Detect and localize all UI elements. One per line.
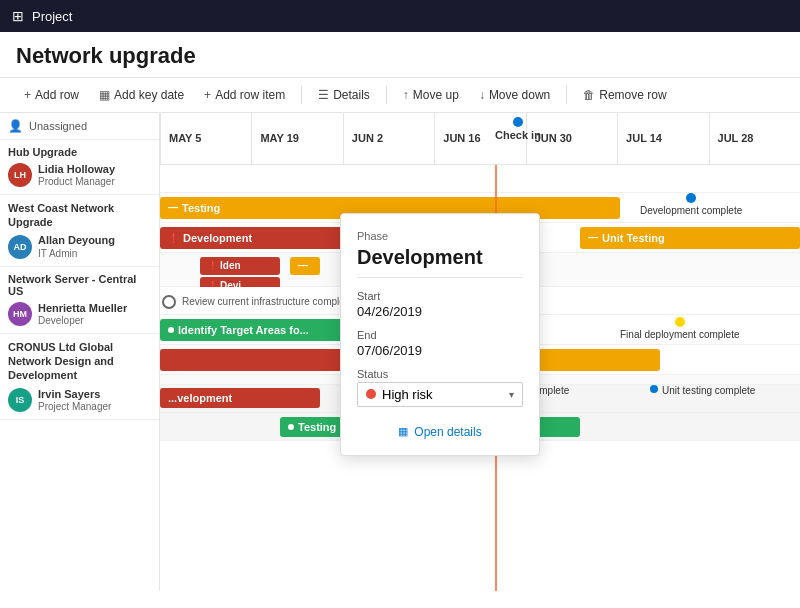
review-item: Review current infrastructure comple... — [162, 293, 353, 311]
details-button[interactable]: ☰ Details — [310, 84, 378, 106]
warning-icon: ❗ — [168, 233, 179, 243]
allan-avatar: AD — [8, 235, 32, 259]
cronus-section: CRONUS Ltd Global Network Design and Dev… — [0, 334, 159, 420]
divider-1 — [301, 86, 302, 104]
unit-test-milestone: Unit testing complete — [650, 383, 755, 396]
lidia-info: Lidia Holloway Product Manager — [38, 163, 151, 188]
date-col-5: JUL 14 — [617, 113, 708, 164]
lidia-avatar: LH — [8, 163, 32, 187]
popup-card: Phase Development Start 04/26/2019 End 0… — [340, 213, 540, 456]
main-content: 👤 Unassigned Hub Upgrade LH Lidia Hollow… — [0, 113, 800, 591]
trash-icon: 🗑 — [583, 88, 595, 102]
date-col-1: MAY 19 — [251, 113, 342, 164]
popup-phase-label: Phase — [357, 230, 523, 242]
unit-test-dot — [650, 385, 658, 393]
date-col-6: JUL 28 — [709, 113, 800, 164]
network-server-section: Network Server - Central US HM Henrietta… — [0, 267, 159, 334]
west-coast-header: West Coast Network Upgrade — [0, 195, 159, 232]
calendar-icon: ▦ — [99, 88, 110, 102]
west-coast-section: West Coast Network Upgrade AD Allan Deyo… — [0, 195, 159, 267]
plus-icon: + — [24, 88, 31, 102]
unassigned-section: 👤 Unassigned — [0, 113, 159, 140]
arrow-down-icon: ↓ — [479, 88, 485, 102]
timeline-dates: MAY 5 MAY 19 JUN 2 JUN 16 JUN 30 JUL 14 … — [160, 113, 800, 164]
small-yellow-bar[interactable]: — — [290, 257, 320, 275]
hub-upgrade-header: Hub Upgrade — [0, 140, 159, 160]
hub-upgrade-user: LH Lidia Holloway Product Manager — [0, 160, 159, 194]
details-icon-2: ▦ — [398, 425, 408, 438]
divider-3 — [566, 86, 567, 104]
gantt-rows: — Testing ❗ Development — Unit Testing — [160, 165, 800, 591]
page-title: Network upgrade — [16, 42, 784, 71]
open-details-button[interactable]: ▦ Open details — [357, 417, 523, 439]
remove-row-button[interactable]: 🗑 Remove row — [575, 84, 674, 106]
move-down-button[interactable]: ↓ Move down — [471, 84, 558, 106]
details-icon: ☰ — [318, 88, 329, 102]
checkin-label: Check in — [495, 129, 541, 141]
irvin-info: Irvin Sayers Project Manager — [38, 388, 151, 413]
app-grid-icon: ⊞ — [12, 8, 24, 24]
final-deploy-milestone: Final deployment complete — [620, 317, 740, 340]
status-dot — [366, 389, 376, 399]
top-bar: ⊞ Project — [0, 0, 800, 32]
green-dot-2 — [288, 424, 294, 430]
cronus-user: IS Irvin Sayers Project Manager — [0, 385, 159, 419]
popup-status-select[interactable]: High risk ▾ — [357, 382, 523, 407]
add-row-item-button[interactable]: + Add row item — [196, 84, 293, 106]
dash-icon: — — [168, 202, 178, 213]
popup-title: Development — [357, 246, 523, 278]
hub-upgrade-bars-row-3: ❗ Iden — ❗ Devi Phase Development — [160, 253, 800, 287]
toolbar: + Add row ▦ Add key date + Add row item … — [0, 78, 800, 113]
add-row-button[interactable]: + Add row — [16, 84, 87, 106]
page-header: Network upgrade — [0, 32, 800, 78]
divider-2 — [386, 86, 387, 104]
date-col-0: MAY 5 — [160, 113, 251, 164]
green-dot-icon — [168, 327, 174, 333]
unit-testing-bar[interactable]: — Unit Testing — [580, 227, 800, 249]
checkin-dot — [513, 117, 523, 127]
move-up-button[interactable]: ↑ Move up — [395, 84, 467, 106]
cronus-header: CRONUS Ltd Global Network Design and Dev… — [0, 334, 159, 385]
plus-icon-2: + — [204, 88, 211, 102]
henrietta-avatar: HM — [8, 302, 32, 326]
irvin-avatar: IS — [8, 388, 32, 412]
chevron-down-icon: ▾ — [509, 389, 514, 400]
dev-complete-milestone: Development complete — [640, 193, 742, 216]
final-deploy-dot — [675, 317, 685, 327]
dev-complete-label: Development complete — [640, 205, 742, 216]
resource-panel: 👤 Unassigned Hub Upgrade LH Lidia Hollow… — [0, 113, 160, 591]
checkin-marker: Check in — [495, 117, 541, 141]
user-icon: 👤 — [8, 119, 23, 133]
allan-info: Allan Deyoung IT Admin — [38, 234, 151, 259]
add-key-date-button[interactable]: ▦ Add key date — [91, 84, 192, 106]
cronus-dev-bar[interactable]: ...velopment — [160, 388, 320, 408]
review-circle — [162, 295, 176, 309]
popup-end-field: End 07/06/2019 — [357, 329, 523, 358]
arrow-up-icon: ↑ — [403, 88, 409, 102]
dash-icon-2: — — [588, 232, 598, 243]
network-server-header: Network Server - Central US — [0, 267, 159, 299]
iden-bar[interactable]: ❗ Iden — [200, 257, 280, 275]
review-text: Review current infrastructure comple... — [182, 296, 353, 307]
date-col-2: JUN 2 — [343, 113, 434, 164]
timeline-header: Check in MAY 5 MAY 19 JUN 2 JUN 16 JUN 3… — [160, 113, 800, 165]
timeline-area: Check in MAY 5 MAY 19 JUN 2 JUN 16 JUN 3… — [160, 113, 800, 591]
hub-upgrade-section: Hub Upgrade LH Lidia Holloway Product Ma… — [0, 140, 159, 195]
henrietta-info: Henrietta Mueller Developer — [38, 302, 151, 327]
west-coast-user: AD Allan Deyoung IT Admin — [0, 231, 159, 265]
app-title: Project — [32, 9, 72, 24]
dev-complete-dot — [686, 193, 696, 203]
popup-start-field: Start 04/26/2019 — [357, 290, 523, 319]
popup-status-field: Status High risk ▾ — [357, 368, 523, 407]
network-server-user: HM Henrietta Mueller Developer — [0, 299, 159, 333]
final-deploy-label: Final deployment complete — [620, 329, 740, 340]
unassigned-gantt-row — [160, 165, 800, 193]
